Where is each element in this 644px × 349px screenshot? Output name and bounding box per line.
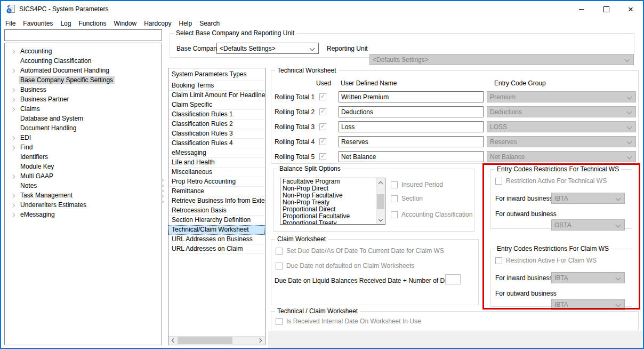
tree-item-edi[interactable]: EDI [5, 133, 162, 142]
outward-business-select[interactable]: OBTA [551, 219, 625, 231]
used-checkbox[interactable] [319, 153, 326, 160]
chevron-right-icon[interactable] [10, 144, 17, 151]
tree-item-accounting[interactable]: Accounting [5, 46, 162, 56]
accounting-classification-checkbox[interactable] [391, 211, 398, 218]
chevron-right-icon[interactable] [10, 67, 17, 74]
tree-item-multi-gaap[interactable]: Multi GAAP [5, 171, 162, 181]
menu-hardcopy[interactable]: Hardcopy [140, 18, 175, 29]
menu-file[interactable]: File [2, 18, 19, 29]
maximize-button[interactable] [594, 1, 618, 17]
param-type-remittance[interactable]: Remittance [168, 187, 265, 196]
menu-help[interactable]: Help [175, 18, 196, 29]
param-type-classification-rules-1[interactable]: Classification Rules 1 [168, 110, 265, 120]
chevron-right-icon[interactable] [10, 86, 17, 93]
outward-business-select[interactable]: IBTA [551, 299, 625, 310]
param-type-claim-limit-amount-for-headline-loss[interactable]: Claim Limit Amount For Headline Loss [168, 91, 265, 100]
minimize-button[interactable] [569, 1, 594, 17]
tree-item-automated-document-handling[interactable]: Automated Document Handling [5, 66, 162, 75]
received-internal-date-checkbox[interactable] [276, 318, 283, 325]
scroll-down-icon[interactable] [376, 216, 384, 224]
tree-item-identifiers[interactable]: Identifiers [5, 152, 162, 162]
param-type-section-hierarchy-definition[interactable]: Section Hierarchy Definition [168, 216, 265, 225]
scroll-right-icon[interactable] [256, 337, 264, 344]
entry-code-group-select[interactable]: LOSS [487, 121, 636, 132]
entry-code-group-select[interactable]: Deductions [487, 106, 636, 117]
tree-item-document-handling[interactable]: Document Handling [5, 123, 162, 133]
restriction-active-claim-checkbox[interactable] [495, 257, 502, 264]
chevron-right-icon[interactable] [10, 192, 17, 199]
chevron-right-icon[interactable] [10, 96, 17, 103]
tree-item-claims[interactable]: Claims [5, 104, 162, 114]
chevron-right-icon[interactable] [10, 211, 17, 218]
number-of-days-input[interactable] [445, 274, 461, 284]
param-type-url-addresses-on-claim[interactable]: URL Addresses on Claim [168, 244, 265, 254]
section-checkbox[interactable] [391, 195, 398, 202]
tree-item-base-company-specific-settings[interactable]: Base Company Specific Settings [5, 75, 162, 85]
horizontal-scrollbar[interactable] [168, 336, 265, 345]
param-type-retrocession-basis[interactable]: Retrocession Basis [168, 206, 265, 216]
menu-favourites[interactable]: Favourites [19, 18, 57, 29]
balance-split-listbox[interactable]: Facultative ProgramNon-Prop DirectNon-Pr… [280, 178, 385, 225]
tree-item-task-management[interactable]: Task Management [5, 191, 162, 200]
user-defined-name-input[interactable]: Written Premium [339, 91, 484, 102]
scrollbar-thumb[interactable] [377, 194, 384, 209]
tree-item-business-partner[interactable]: Business Partner [5, 94, 162, 104]
vertical-scrollbar[interactable] [376, 178, 385, 224]
scroll-up-icon[interactable] [376, 179, 384, 186]
entry-code-group-select[interactable]: Net Balance [487, 151, 636, 162]
used-checkbox[interactable] [319, 138, 326, 145]
chevron-right-icon[interactable] [10, 134, 17, 141]
close-button[interactable]: × [618, 1, 643, 17]
reporting-unit-select[interactable]: <Defaults Settings> [369, 54, 634, 65]
param-type-classification-rules-2[interactable]: Classification Rules 2 [168, 120, 265, 129]
entry-code-group-select[interactable]: Reserves [487, 136, 636, 147]
listbox-option-proportional-treaty[interactable]: Proportional Treaty [280, 220, 385, 225]
tree-item-find[interactable]: Find [5, 142, 162, 152]
param-type-prop-retro-accounting[interactable]: Prop Retro Accounting [168, 177, 265, 187]
tree-item-module-key[interactable]: Module Key [5, 162, 162, 171]
param-type-miscellaneous[interactable]: Miscellaneous [168, 168, 265, 177]
param-type-claim-specific[interactable]: Claim Specific [168, 100, 265, 110]
user-defined-name-input[interactable]: Net Balance [339, 151, 484, 162]
param-type-retrieve-business-info-from-external[interactable]: Retrieve Business Info from External [168, 196, 265, 206]
tree-item-accounting-classification[interactable]: Accounting Classification [5, 56, 162, 66]
param-type-classification-rules-3[interactable]: Classification Rules 3 [168, 129, 265, 139]
menu-search[interactable]: Search [196, 18, 223, 29]
set-due-date-checkbox[interactable] [276, 248, 283, 255]
param-type-technical-claim-worksheet[interactable]: Technical/Claim Worksheet [168, 225, 265, 235]
chevron-right-icon[interactable] [10, 202, 17, 209]
used-checkbox[interactable] [319, 123, 326, 130]
scroll-left-icon[interactable] [169, 337, 177, 344]
tree-item-notes[interactable]: Notes [5, 181, 162, 191]
chevron-right-icon[interactable] [10, 173, 17, 180]
entry-code-group-select[interactable]: Premium [487, 91, 636, 102]
user-defined-name-input[interactable]: Loss [339, 121, 484, 132]
param-type-booking-terms[interactable]: Booking Terms [168, 81, 265, 91]
menu-log[interactable]: Log [57, 18, 75, 29]
tree-filter-input[interactable] [4, 29, 162, 41]
splitter-grip[interactable] [162, 179, 166, 203]
param-type-url-addresses-on-business[interactable]: URL Addresses on Business [168, 235, 265, 244]
user-defined-name-input[interactable]: Deductions [339, 106, 484, 117]
param-type-life-and-health[interactable]: Life and Health [168, 158, 265, 168]
restriction-active-technical-checkbox[interactable] [495, 178, 502, 185]
chevron-right-icon[interactable] [10, 48, 17, 55]
insured-period-checkbox[interactable] [391, 181, 398, 188]
used-checkbox[interactable] [319, 108, 326, 115]
tree-item-emessaging[interactable]: eMessaging [5, 210, 162, 219]
menu-functions[interactable]: Functions [75, 18, 110, 29]
due-date-not-defaulted-checkbox[interactable] [276, 263, 283, 269]
base-company-select[interactable]: <Defaults Settings> [216, 43, 319, 54]
inward-business-select[interactable]: IBTA [551, 193, 625, 204]
menu-window[interactable]: Window [110, 18, 140, 29]
inward-business-select[interactable]: IBTA [551, 272, 625, 283]
param-type-emessaging[interactable]: eMessaging [168, 148, 265, 158]
tree-item-underwriters-estimates[interactable]: Underwriters Estimates [5, 200, 162, 210]
scrollbar-thumb[interactable] [178, 337, 232, 344]
chevron-right-icon[interactable] [10, 106, 17, 113]
param-type-classification-rules-4[interactable]: Classification Rules 4 [168, 139, 265, 148]
tree-item-business[interactable]: Business [5, 85, 162, 94]
used-checkbox[interactable] [319, 93, 326, 100]
user-defined-name-input[interactable]: Reserves [339, 136, 484, 147]
tree-item-database-and-system[interactable]: Database and System [5, 114, 162, 123]
